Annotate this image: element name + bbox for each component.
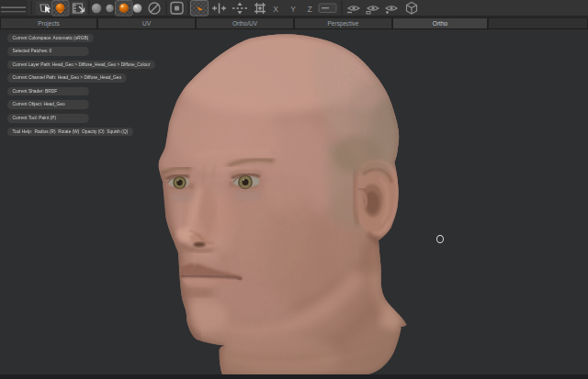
- svg-text:X: X: [273, 5, 278, 14]
- svg-text:Z: Z: [307, 5, 311, 14]
- svg-text:Y: Y: [290, 5, 296, 14]
